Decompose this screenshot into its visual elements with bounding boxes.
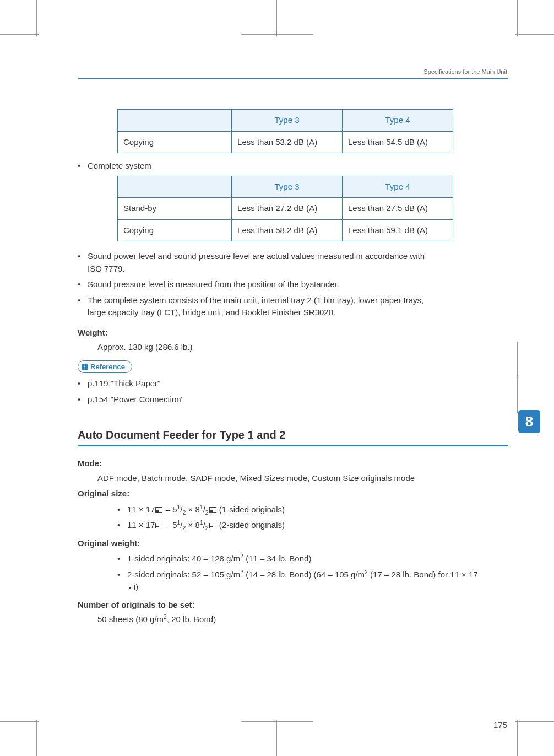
num-originals-value: 50 sheets (80 g/m2, 20 lb. Bond) bbox=[97, 613, 508, 626]
list-item: p.119 "Thick Paper" bbox=[78, 377, 508, 390]
chapter-tab: 8 bbox=[518, 410, 540, 433]
list-item: 1-sided originals: 40 – 128 g/m2 (11 – 3… bbox=[117, 553, 481, 565]
original-weight-heading: Original weight: bbox=[78, 537, 508, 550]
list-item: Sound pressure level is measured from th… bbox=[78, 278, 430, 291]
landscape-icon bbox=[128, 585, 135, 590]
weight-heading: Weight: bbox=[78, 327, 508, 339]
table-header: Type 3 bbox=[232, 110, 343, 132]
table-row: Stand-by Less than 27.2 dB (A) Less than… bbox=[118, 198, 453, 220]
notes-list: Sound power level and sound pressure lev… bbox=[78, 250, 430, 319]
list-item: Sound power level and sound pressure lev… bbox=[78, 250, 430, 275]
table-header: Type 3 bbox=[232, 176, 343, 198]
table-header: Type 4 bbox=[343, 176, 453, 198]
landscape-icon bbox=[155, 507, 162, 513]
list-item: 2-sided originals: 52 – 105 g/m2 (14 – 2… bbox=[117, 569, 481, 593]
bullet-list: Complete system bbox=[78, 160, 508, 172]
list-item: p.154 "Power Connection" bbox=[78, 393, 508, 406]
table-row: Copying Less than 58.2 dB (A) Less than … bbox=[118, 219, 453, 241]
landscape-icon bbox=[155, 523, 162, 528]
landscape-icon bbox=[209, 523, 216, 528]
num-originals-heading: Number of originals to be set: bbox=[78, 599, 508, 612]
original-weight-list: 1-sided originals: 40 – 128 g/m2 (11 – 3… bbox=[117, 553, 481, 593]
page-number: 175 bbox=[493, 720, 507, 730]
list-item: Complete system bbox=[78, 160, 508, 172]
landscape-icon bbox=[209, 507, 216, 513]
weight-value: Approx. 130 kg (286.6 lb.) bbox=[97, 341, 508, 354]
running-head: Specifications for the Main Unit bbox=[78, 68, 508, 75]
noise-table-main: Type 3 Type 4 Copying Less than 53.2 dB … bbox=[117, 109, 453, 153]
reference-icon: ⋮ bbox=[82, 364, 88, 370]
mode-heading: Mode: bbox=[78, 457, 508, 470]
noise-table-system: Type 3 Type 4 Stand-by Less than 27.2 dB… bbox=[117, 176, 453, 242]
section-title: Auto Document Feeder for Type 1 and 2 bbox=[78, 426, 508, 443]
list-item: 11 × 17 – 51/2 × 81/2 (1-sided originals… bbox=[117, 504, 508, 516]
reference-list: p.119 "Thick Paper" p.154 "Power Connect… bbox=[78, 377, 508, 406]
original-size-heading: Original size: bbox=[78, 488, 508, 500]
original-size-list: 11 × 17 – 51/2 × 81/2 (1-sided originals… bbox=[117, 504, 508, 532]
mode-value: ADF mode, Batch mode, SADF mode, Mixed S… bbox=[97, 472, 508, 485]
table-header: Type 4 bbox=[343, 110, 453, 132]
section-rule bbox=[78, 445, 508, 447]
list-item: 11 × 17 – 51/2 × 81/2 (2-sided originals… bbox=[117, 519, 508, 532]
reference-badge: ⋮Reference bbox=[78, 360, 132, 374]
page-content: Specifications for the Main Unit Type 3 … bbox=[78, 68, 508, 629]
list-item: The complete system consists of the main… bbox=[78, 294, 430, 319]
table-row: Copying Less than 53.2 dB (A) Less than … bbox=[118, 131, 453, 153]
